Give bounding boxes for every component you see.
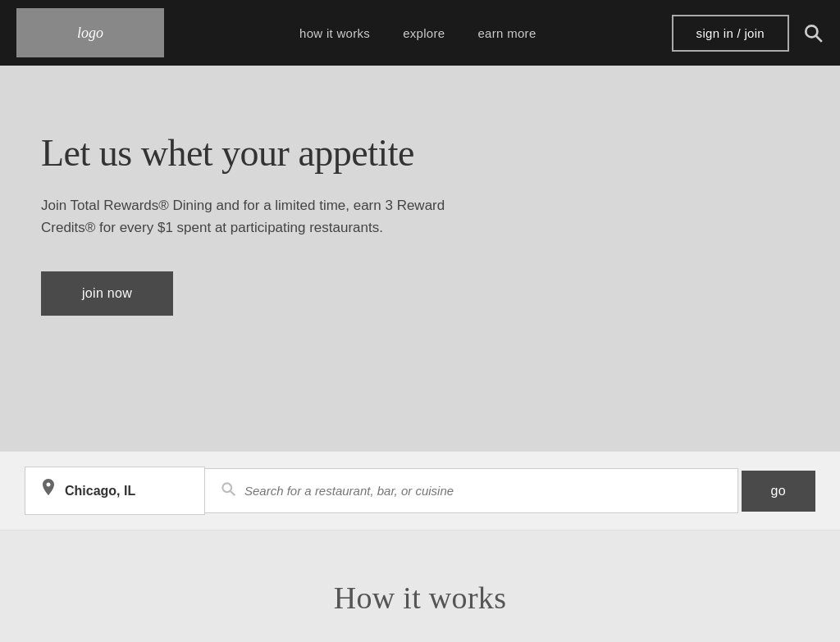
join-now-button[interactable]: join now (41, 271, 173, 316)
header: logo how it works explore earn more sign… (0, 0, 840, 66)
main-nav: how it works explore earn more (164, 26, 672, 40)
sign-in-button[interactable]: sign in / join (672, 15, 789, 52)
nav-earn-more[interactable]: earn more (477, 26, 536, 40)
how-it-works-title: How it works (25, 580, 815, 616)
search-input[interactable] (244, 484, 723, 498)
svg-line-3 (231, 491, 235, 495)
location-box: Chicago, IL (25, 467, 205, 515)
nav-how-it-works[interactable]: how it works (299, 26, 370, 40)
go-button[interactable]: go (742, 471, 815, 512)
hero-section: Let us whet your appetite Join Total Rew… (0, 66, 840, 451)
search-bar-section: Chicago, IL go (0, 451, 840, 530)
logo: logo (16, 8, 164, 57)
search-input-box (205, 468, 738, 513)
location-pin-icon (40, 479, 57, 503)
search-icon (802, 22, 824, 43)
nav-explore[interactable]: explore (403, 26, 445, 40)
hero-subtitle: Join Total Rewards® Dining and for a lim… (41, 194, 500, 239)
hero-title: Let us whet your appetite (41, 131, 799, 175)
svg-point-0 (806, 25, 817, 37)
svg-line-1 (816, 36, 822, 42)
how-it-works-section: How it works (0, 530, 840, 642)
header-right: sign in / join (672, 15, 824, 52)
search-button[interactable] (802, 22, 824, 43)
svg-point-2 (222, 483, 231, 492)
location-value[interactable]: Chicago, IL (65, 484, 135, 499)
logo-text: logo (77, 25, 103, 42)
search-inline-icon (220, 480, 236, 501)
